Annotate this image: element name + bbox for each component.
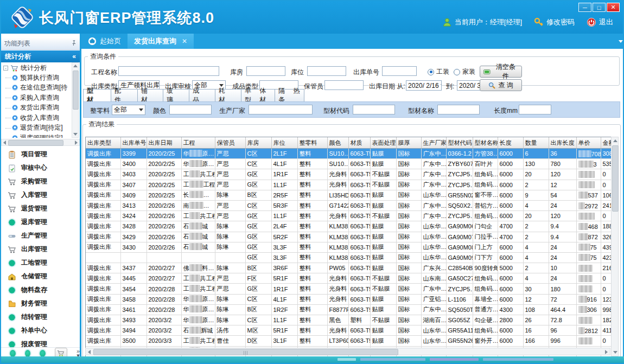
radio-gongzhuang[interactable]: 工装 [428, 67, 449, 76]
grid-vertical-scrollbar[interactable] [611, 137, 619, 356]
radio-jiazhuang[interactable]: 家装 [454, 67, 475, 76]
column-header[interactable]: 金额 [601, 137, 612, 149]
grid-horizontal-scrollbar[interactable] [85, 348, 610, 355]
table-row[interactable]: 调拨出库34612020/2/28华原…陈琳B区1R2F整料F8877FT606… [86, 304, 612, 315]
table-row[interactable]: 调拨出库34242020/2/26工共工程严思G区1L1F整料光身料6063-T… [86, 211, 612, 221]
sidebar-item-return-store-mgmt[interactable]: 退库管理 [1, 215, 80, 229]
tree-expander-icon[interactable]: - [3, 66, 8, 71]
close-button[interactable]: ✕ [607, 3, 620, 12]
statistics-panel-header[interactable]: 统计分析 « [1, 50, 80, 62]
material-tab-profile[interactable]: 型 材 [83, 89, 111, 102]
tree-item-purchase-inbound-query[interactable]: 采购入库查询 [1, 93, 73, 103]
column-header[interactable]: 保管员 [215, 137, 245, 149]
sidebar-item-project-mgmt[interactable]: 项目管理 [1, 148, 80, 161]
sidebar-item-material-inventory[interactable]: 物料盘存 [1, 283, 80, 297]
table-row[interactable]: 调拨出库34292020/2/26石城陈琳G区5R2F整料KLM38176063… [86, 232, 612, 242]
material-tab-consumables[interactable]: 耗 材 [215, 89, 241, 102]
search-button[interactable]: 查 询 [480, 79, 522, 91]
tree-item-in-transit-query[interactable]: 在途信息查询[待 [1, 83, 73, 93]
sidebar-item-production-mgmt[interactable]: 生产管理 [1, 229, 80, 242]
material-tab-insulation-strip[interactable]: 隔 热 条 [275, 89, 304, 102]
change-password[interactable]: 修改密码 [534, 17, 575, 27]
column-header[interactable]: 长度 [498, 137, 523, 149]
table-row[interactable]: 调拨出库34582020/2/28华原…陈琳C区4L1F整料光身料6063-T5… [86, 294, 612, 304]
sidebar-item-site-mgmt[interactable]: 工地管理 [1, 256, 80, 270]
minimize-button[interactable]: ─ [578, 3, 591, 12]
location-input[interactable] [307, 66, 346, 76]
table-row[interactable]: 调拨出库34002020/2/25华原…严思C区4L1F整料SU10…6063-… [86, 159, 612, 169]
sidebar-item-finance-mgmt[interactable]: 财务管理 [1, 297, 80, 310]
maximize-button[interactable]: □ [593, 3, 606, 12]
table-row[interactable]: 调拨出库33992020/2/25华原…严思C区2L1F整料SU10…6063-… [86, 149, 612, 159]
outbound-no-input[interactable] [382, 66, 417, 76]
nav-dot-icon[interactable] [25, 350, 31, 357]
table-row[interactable]: 调拨出库34092020/2/25长…陈琳B区2R5F整料LI35HD6063-… [86, 190, 612, 200]
material-tab-single-profile[interactable]: 单 体 型 材 [241, 89, 275, 102]
length-input[interactable] [519, 105, 551, 114]
table-row[interactable]: G区3L3F整料KLM38176063-T5贴膜国标山东华…GA90M09.门下… [86, 252, 612, 263]
table-row[interactable]: 调拨出库34452020/2/27工共工程严思F区5R1F整料光身料6063-T… [86, 273, 612, 284]
logout[interactable]: 退出 [587, 17, 613, 27]
column-header[interactable]: 出库日期 [147, 137, 181, 149]
column-header[interactable]: 出库单号 [120, 137, 147, 149]
collapse-icon[interactable]: « [72, 53, 76, 60]
tree-item-budget-exec-query[interactable]: 预算执行查询 [1, 73, 73, 83]
table-row[interactable]: 调拨出库35002020/3/3工共工程曹佳D区3L1F整料LT3P606063… [86, 336, 612, 346]
material-tab-glass[interactable]: 玻 璃 [163, 89, 189, 102]
manufacturer-input[interactable] [249, 105, 313, 114]
nav-dot-icon[interactable] [10, 350, 16, 357]
column-header[interactable]: 库位 [271, 137, 297, 149]
table-row[interactable]: 调拨出库34302020/2/26石城陈琳G区3L3F整料KLM38176063… [86, 242, 612, 252]
warehouse-input[interactable] [246, 66, 285, 76]
clear-conditions-button[interactable]: 清空条件 [480, 66, 522, 78]
sidebar-item-purchase-mgmt[interactable]: 采购管理 [1, 175, 80, 188]
tree-root-statistics[interactable]: -统计分析 [1, 62, 73, 73]
whole-part-select[interactable]: 全部 [112, 105, 145, 115]
table-row[interactable]: 调拨出库34942020/3/2石辉城汤伟M区5R1F整料光身料6063-T5贴… [86, 325, 612, 336]
nav-dot-icon[interactable] [40, 350, 46, 357]
table-row[interactable]: 调拨出库34072020/2/25工工程严思G区1L1F整料光身料6063-T5… [86, 180, 612, 190]
column-header[interactable]: 材质 [348, 137, 370, 149]
table-row[interactable]: 调拨出库34932020/3/2华原…陈琳C区1L1F整料黑色塑料不贴膜国标湖南… [86, 315, 612, 325]
column-header[interactable]: 生产厂家 [421, 137, 446, 149]
pin-icon[interactable] [71, 40, 77, 48]
column-header[interactable]: 型材名称 [473, 137, 498, 149]
column-header[interactable]: 数量 [523, 137, 549, 149]
column-header[interactable]: 颜色 [327, 137, 348, 149]
material-tab-auxiliary[interactable]: 辅 材 [138, 89, 163, 102]
tree-horizontal-scrollbar[interactable] [1, 139, 80, 146]
tab-close-icon[interactable]: ✕ [182, 37, 187, 45]
tree-vertical-scrollbar[interactable] [72, 62, 79, 138]
table-row[interactable]: 调拨出库34372020/2/27佛料…陈琳B区3R6F整料PW056063-T… [86, 263, 612, 273]
column-header[interactable]: 表面处理 [370, 137, 396, 149]
sidebar-item-warehouse-mgmt[interactable]: 仓储管理 [1, 270, 80, 283]
column-header[interactable]: 工程 [181, 137, 215, 149]
sidebar-item-outbound-mgmt[interactable]: 出库管理 [1, 242, 80, 256]
sidebar-item-carryover-mgmt[interactable]: 结转管理 [1, 310, 80, 324]
column-header[interactable]: 单价 [576, 137, 601, 149]
column-header[interactable]: 型材代码 [446, 137, 473, 149]
tab-home[interactable]: 起始页 [81, 34, 128, 49]
tree-item-shipping-outbound-query[interactable]: 发货出库查询 [1, 103, 73, 113]
column-header[interactable]: 库房 [245, 137, 271, 149]
sidebar-item-supplement-center[interactable]: 补单中心 [1, 324, 80, 337]
tree-item-receipt-inbound-query[interactable]: 收货入库查询 [1, 113, 73, 123]
material-tab-finished[interactable]: 成 品 [189, 89, 215, 102]
column-header[interactable]: 出库类型 [86, 137, 120, 149]
tab-shipping-outbound-query[interactable]: 发货出库查询✕ [128, 34, 194, 49]
sidebar-item-return-goods-mgmt[interactable]: 退货管理 [1, 202, 80, 215]
table-row[interactable]: 调拨出库34032020/2/25工共工程严思G区1R1F整料光身料6063-T… [86, 169, 612, 180]
column-header[interactable]: 膜厚 [396, 137, 421, 149]
keeper-input[interactable] [324, 80, 364, 90]
profile-name-input[interactable] [437, 105, 480, 114]
column-header[interactable]: 出库长度 [549, 137, 576, 149]
color-input[interactable] [169, 105, 212, 114]
sidebar-item-inbound-mgmt[interactable]: 入库管理 [1, 188, 80, 202]
table-row[interactable]: 调拨出库34282020/2/26石城陈琳G区2L4F整料KLM38176063… [86, 221, 612, 232]
project-name-input[interactable] [118, 66, 219, 76]
table-row[interactable]: 调拨出库34132020/2/26南…严思C区5R3F整料G714226063-… [86, 200, 612, 210]
column-header[interactable]: 整零料 [297, 137, 327, 149]
sidebar-item-audit-center[interactable]: 审核中心 [1, 161, 80, 175]
profile-code-input[interactable] [353, 105, 395, 114]
date-from-picker[interactable]: 2020/ 2/16 [406, 80, 442, 91]
